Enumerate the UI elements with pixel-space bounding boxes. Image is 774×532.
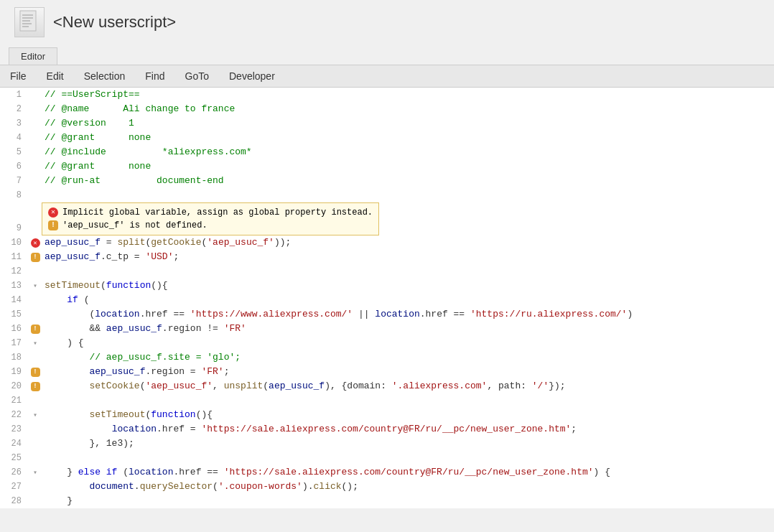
menu-edit[interactable]: Edit [37, 68, 74, 84]
code-line-1: 1 // ==UserScript== [0, 88, 774, 102]
line-warning-icon-16: ! [31, 325, 40, 334]
code-line-20: 20 ! setCookie('aep_usuc_f', unsplit(aep… [0, 379, 774, 393]
code-line-28: 28 } [0, 494, 774, 508]
error-tooltip: ✕ Implicit global variable, assign as gl… [42, 202, 379, 235]
tooltip-warning-text: 'aep_usuc_f' is not defined. [62, 219, 208, 232]
code-line-15: 15 (location.href == 'https://www.aliexp… [0, 307, 774, 322]
tooltip-error-line: ✕ Implicit global variable, assign as gl… [48, 206, 373, 219]
menu-find[interactable]: Find [135, 68, 174, 84]
code-line-12: 12 [0, 264, 774, 279]
editor-tab[interactable]: Editor [9, 47, 57, 65]
warning-icon: ! [48, 220, 58, 230]
code-line-7: 7 // @run-at document-end [0, 174, 774, 188]
code-line-10: 10 ✕ aep_usuc_f = split(getCookie('aep_u… [0, 235, 774, 250]
menu-developer[interactable]: Developer [219, 68, 285, 84]
line-warning-icon-20a: ! [31, 382, 40, 391]
code-line-26: 26 ▾ } else if (location.href == 'https:… [0, 465, 774, 480]
menu-goto[interactable]: GoTo [175, 68, 219, 84]
code-line-5: 5 // @include *aliexpress.com* [0, 145, 774, 159]
tooltip-warning-line: ! 'aep_usuc_f' is not defined. [48, 219, 373, 232]
code-line-21: 21 [0, 393, 774, 408]
code-line-14: 14 if ( [0, 293, 774, 307]
code-line-25: 25 [0, 451, 774, 465]
code-line-24: 24 }, 1e3); [0, 437, 774, 451]
code-line-23: 23 location.href = 'https://sale.aliexpr… [0, 422, 774, 437]
code-line-11: 11 ! aep_usuc_f.c_tp = 'USD'; [0, 250, 774, 264]
code-line-8-tooltip: 8 ✕ Implicit global variable, assign as … [0, 188, 774, 221]
code-line-4: 4 // @grant none [0, 131, 774, 145]
line-warning-icon: ! [31, 253, 40, 262]
title-bar: <New userscript> [0, 0, 774, 45]
menu-file[interactable]: File [0, 68, 37, 84]
line-error-icon: ✕ [31, 238, 40, 248]
app-icon [14, 7, 45, 37]
code-line-27: 27 document.querySelector('.coupon-words… [0, 480, 774, 494]
menu-bar: File Edit Selection Find GoTo Developer [0, 65, 774, 88]
code-line-17: 17 ▾ ) { [0, 336, 774, 350]
code-line-22: 22 ▾ setTimeout(function(){ [0, 408, 774, 422]
line-warning-icon-19: ! [31, 368, 40, 377]
code-line-19: 19 ! aep_usuc_f.region = 'FR'; [0, 365, 774, 379]
tooltip-error-text: Implicit global variable, assign as glob… [62, 206, 373, 219]
code-line-6: 6 // @grant none [0, 159, 774, 174]
tab-bar: Editor [0, 45, 774, 65]
code-line-13: 13 ▾ setTimeout(function(){ [0, 279, 774, 293]
page-title: <New userscript> [53, 13, 176, 32]
code-line-2: 2 // @name Ali change to france [0, 102, 774, 116]
code-line-3: 3 // @version 1 [0, 116, 774, 131]
code-editor[interactable]: 1 // ==UserScript== 2 // @name Ali chang… [0, 88, 774, 508]
code-line-18: 18 // aep_usuc_f.site = 'glo'; [0, 350, 774, 365]
menu-selection[interactable]: Selection [74, 68, 136, 84]
code-line-16: 16 ! && aep_usuc_f.region != 'FR' [0, 322, 774, 336]
error-icon: ✕ [48, 207, 58, 218]
